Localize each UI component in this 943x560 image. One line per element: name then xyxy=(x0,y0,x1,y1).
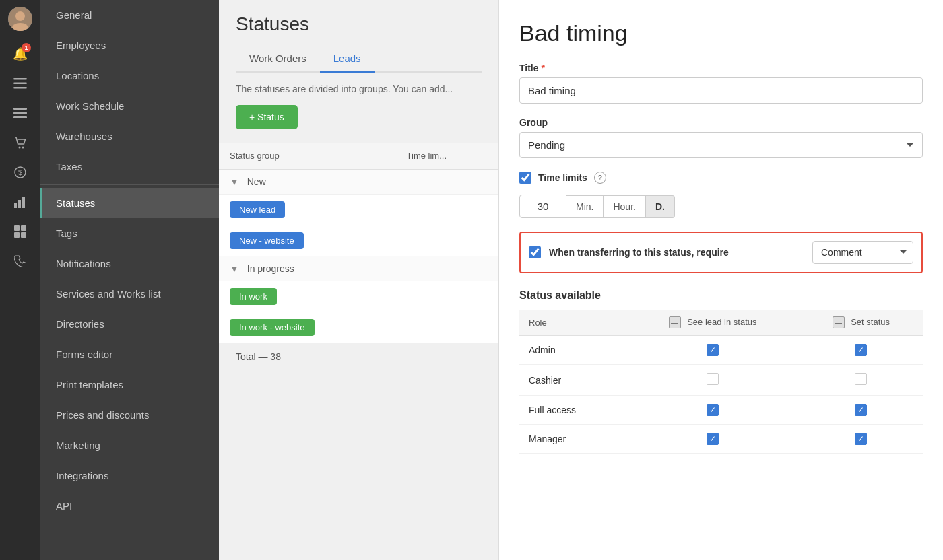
role-admin: Admin xyxy=(519,336,626,365)
svg-point-1 xyxy=(15,11,25,21)
sidebar-item-forms-editor[interactable]: Forms editor xyxy=(40,339,219,370)
table-row[interactable]: In work xyxy=(219,281,498,312)
sidebar-item-tags[interactable]: Tags xyxy=(40,218,219,248)
time-limits-label: Time limits xyxy=(538,172,587,183)
header-set-checkbox[interactable] xyxy=(833,316,845,328)
manager-see-checkbox[interactable]: ✓ xyxy=(707,433,719,445)
role-cashier: Cashier xyxy=(519,365,626,396)
status-badge-new-website: New - website xyxy=(230,232,304,249)
panel-title: Bad timing xyxy=(519,20,923,46)
add-status-button[interactable]: + Status xyxy=(236,105,298,129)
time-limits-checkbox[interactable] xyxy=(519,172,531,184)
sidebar-item-directories[interactable]: Directories xyxy=(40,309,219,339)
col-role: Role xyxy=(519,310,626,336)
sidebar-item-work-schedule[interactable]: Work Schedule xyxy=(40,91,219,121)
sidebar-item-statuses[interactable]: Statuses xyxy=(40,188,219,218)
dollar-icon[interactable]: $ xyxy=(8,160,32,184)
sidebar-item-notifications[interactable]: Notifications xyxy=(40,248,219,279)
svg-text:$: $ xyxy=(18,168,22,176)
notification-icon[interactable]: 🔔 1 xyxy=(8,42,32,66)
admin-see-checkbox[interactable]: ✓ xyxy=(707,344,719,356)
role-full-access: Full access xyxy=(519,396,626,425)
col-see-lead: See lead in status xyxy=(626,310,800,336)
group-row-new: ▼ New xyxy=(219,170,498,195)
status-available-table: Role See lead in status Set status Admin… xyxy=(519,310,923,454)
main-content: Statuses Work Orders Leads The statuses … xyxy=(219,0,498,560)
table-row: Manager ✓ ✓ xyxy=(519,425,923,454)
svg-rect-19 xyxy=(21,232,26,238)
svg-rect-17 xyxy=(21,225,26,231)
cart-icon[interactable] xyxy=(8,131,32,155)
grid-icon[interactable] xyxy=(8,219,32,244)
header-see-checkbox[interactable] xyxy=(669,316,681,328)
cashier-see-checkbox[interactable] xyxy=(707,373,719,385)
table-row[interactable]: New lead xyxy=(219,195,498,225)
avatar[interactable] xyxy=(8,7,32,31)
page-title: Statuses xyxy=(236,13,482,35)
svg-rect-8 xyxy=(13,116,27,118)
require-row: When transferring to this status, requir… xyxy=(519,232,923,273)
sidebar: General Employees Locations Work Schedul… xyxy=(40,0,219,560)
time-unit-min[interactable]: Min. xyxy=(566,195,604,218)
status-available-header-row: Role See lead in status Set status xyxy=(519,310,923,336)
sidebar-item-print-templates[interactable]: Print templates xyxy=(40,370,219,400)
sidebar-item-api[interactable]: API xyxy=(40,491,219,521)
group-select[interactable]: Pending xyxy=(519,132,923,158)
sidebar-item-marketing[interactable]: Marketing xyxy=(40,430,219,460)
sidebar-item-employees[interactable]: Employees xyxy=(40,30,219,61)
total-row: Total — 38 xyxy=(219,343,498,370)
time-limits-help-icon[interactable]: ? xyxy=(594,172,606,184)
sidebar-item-warehouses[interactable]: Warehouses xyxy=(40,121,219,151)
status-badge-new-lead: New lead xyxy=(230,201,285,218)
right-panel: Bad timing Title * Group Pending Time li… xyxy=(498,0,943,560)
status-badge-in-work: In work xyxy=(230,288,277,305)
require-checkbox[interactable] xyxy=(529,246,541,258)
title-input[interactable] xyxy=(519,77,923,104)
sidebar-item-taxes[interactable]: Taxes xyxy=(40,151,219,182)
time-value-input[interactable] xyxy=(519,195,566,218)
svg-rect-16 xyxy=(14,225,20,231)
group-toggle-new[interactable]: ▼ xyxy=(230,176,239,187)
sidebar-divider xyxy=(40,184,219,185)
table-row: Full access ✓ ✓ xyxy=(519,396,923,425)
sidebar-item-services[interactable]: Services and Works list xyxy=(40,279,219,309)
manager-set-checkbox[interactable]: ✓ xyxy=(855,433,867,445)
tabs-bar: Work Orders Leads xyxy=(236,46,482,73)
sidebar-item-integrations[interactable]: Integrations xyxy=(40,460,219,491)
sidebar-item-prices-discounts[interactable]: Prices and discounts xyxy=(40,400,219,430)
svg-rect-4 xyxy=(13,83,27,85)
group-label: Group xyxy=(519,117,923,128)
chart-icon[interactable] xyxy=(8,190,32,214)
list-icon[interactable] xyxy=(8,101,32,125)
tab-work-orders[interactable]: Work Orders xyxy=(236,46,320,73)
sidebar-item-general[interactable]: General xyxy=(40,0,219,30)
svg-rect-3 xyxy=(13,78,27,80)
sidebar-item-locations[interactable]: Locations xyxy=(40,61,219,91)
full-access-see-checkbox[interactable]: ✓ xyxy=(707,404,719,416)
svg-point-9 xyxy=(19,147,21,149)
cashier-set-checkbox[interactable] xyxy=(855,373,867,385)
time-unit-day[interactable]: D. xyxy=(646,195,675,218)
menu-icon[interactable] xyxy=(8,71,32,96)
table-row: Admin ✓ ✓ xyxy=(519,336,923,365)
full-access-set-checkbox[interactable]: ✓ xyxy=(855,404,867,416)
table-row[interactable]: New - website xyxy=(219,225,498,256)
svg-rect-5 xyxy=(13,87,27,89)
svg-rect-18 xyxy=(14,232,20,238)
tab-leads[interactable]: Leads xyxy=(320,46,375,73)
svg-rect-14 xyxy=(18,200,21,208)
table-row: Cashier xyxy=(519,365,923,396)
table-row[interactable]: In work - website xyxy=(219,312,498,343)
group-row-in-progress: ▼ In progress xyxy=(219,256,498,281)
require-select[interactable]: Comment Photo Signature xyxy=(812,241,913,264)
title-label: Title * xyxy=(519,63,923,73)
group-toggle-in-progress[interactable]: ▼ xyxy=(230,263,239,274)
admin-set-checkbox[interactable]: ✓ xyxy=(855,344,867,356)
svg-rect-7 xyxy=(13,112,27,114)
phone-icon[interactable] xyxy=(8,249,32,273)
require-label: When transferring to this status, requir… xyxy=(549,247,804,258)
svg-rect-15 xyxy=(22,197,25,208)
time-limits-row: Time limits ? xyxy=(519,172,923,184)
icon-bar: 🔔 1 $ xyxy=(0,0,40,560)
time-unit-hour[interactable]: Hour. xyxy=(604,195,645,218)
